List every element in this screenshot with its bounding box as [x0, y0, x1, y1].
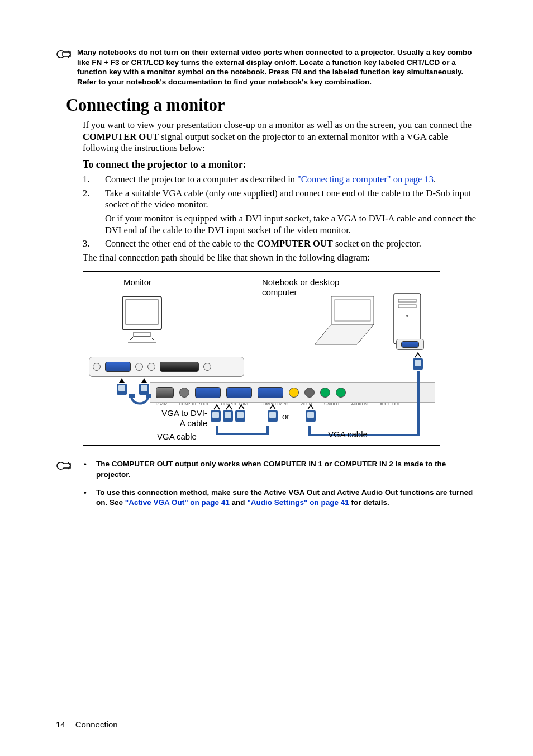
page-footer: 14 Connection [56, 720, 118, 729]
step-2-text: Take a suitable VGA cable (only one supp… [105, 188, 477, 211]
connection-diagram: Monitor Notebook or desktop computer [83, 271, 440, 446]
footer-note-2: • To use this connection method, make su… [84, 488, 477, 508]
connector-icon [117, 384, 127, 395]
monitor-icon [117, 294, 167, 350]
label-vga-left: VGA cable [157, 432, 197, 441]
connector-icon [139, 384, 149, 395]
connector-icon [211, 410, 221, 422]
numbered-list: 1. Connect the projector to a computer a… [83, 174, 477, 250]
step-3-post: socket on the projector. [333, 238, 421, 249]
step-1-post: . [434, 174, 436, 185]
label-vga-right: VGA cable [328, 429, 368, 439]
intro-bold: COMPUTER OUT [83, 131, 159, 142]
label-vga-dvi: VGA to DVI-A cable [157, 408, 207, 428]
step-1: 1. Connect the projector to a computer a… [83, 174, 477, 186]
heading-to-connect: To connect the projector to a monitor: [83, 159, 477, 171]
heading-connecting-monitor: Connecting a monitor [66, 96, 477, 115]
connector-icon [223, 410, 233, 422]
svg-rect-0 [122, 296, 161, 330]
step-2: 2. Take a suitable VGA cable (only one s… [83, 188, 477, 237]
footer-note-1-text: The COMPUTER OUT output only works when … [96, 459, 477, 479]
note-top: Many notebooks do not turn on their exte… [56, 48, 477, 87]
section-name: Connection [75, 720, 118, 729]
step-2-sub: Or if your monitor is equipped with a DV… [105, 213, 477, 236]
connector-icon [268, 410, 278, 422]
hand-point-icon [56, 459, 74, 516]
step-1-pre: Connect the projector to a computer as d… [105, 174, 297, 185]
label-or: or [282, 412, 289, 421]
footer-note-1: • The COMPUTER OUT output only works whe… [84, 459, 477, 479]
svg-rect-6 [398, 305, 416, 308]
step-3-bold: COMPUTER OUT [257, 238, 333, 249]
projector-panel [150, 382, 435, 403]
step-1-num: 1. [83, 174, 93, 186]
link-audio-settings[interactable]: "Audio Settings" on page 41 [247, 498, 349, 507]
fn2-mid: and [230, 498, 248, 507]
label-monitor: Monitor [123, 277, 151, 287]
final-paragraph: The final connection path should be like… [83, 252, 477, 264]
step-3: 3. Connect the other end of the cable to… [83, 238, 477, 250]
connector-icon [235, 410, 245, 422]
intro-paragraph: If you want to view your presentation cl… [83, 120, 477, 154]
monitor-ports [89, 357, 244, 377]
svg-rect-2 [134, 332, 150, 337]
svg-rect-5 [398, 299, 416, 302]
svg-rect-8 [129, 394, 135, 398]
svg-rect-4 [394, 294, 421, 344]
connector-icon [306, 410, 316, 422]
link-connecting-computer[interactable]: "Connecting a computer" on page 13 [297, 174, 434, 185]
laptop-icon [312, 294, 379, 350]
connector-icon [413, 358, 423, 370]
fn2-post: for details. [349, 498, 389, 507]
step-3-num: 3. [83, 238, 93, 250]
hand-point-icon [56, 48, 74, 87]
svg-rect-1 [126, 300, 158, 324]
note-top-text: Many notebooks do not turn on their exte… [77, 48, 477, 87]
step-2-num: 2. [83, 188, 93, 237]
intro-a: If you want to view your presentation cl… [83, 120, 472, 130]
step-3-pre: Connect the other end of the cable to th… [105, 238, 257, 249]
cable-loop-icon [129, 394, 151, 410]
svg-rect-3 [335, 300, 370, 321]
link-active-vga-out[interactable]: "Active VGA Out" on page 41 [125, 498, 230, 507]
svg-point-7 [406, 315, 408, 317]
svg-rect-9 [146, 394, 151, 398]
page-number: 14 [56, 720, 65, 729]
